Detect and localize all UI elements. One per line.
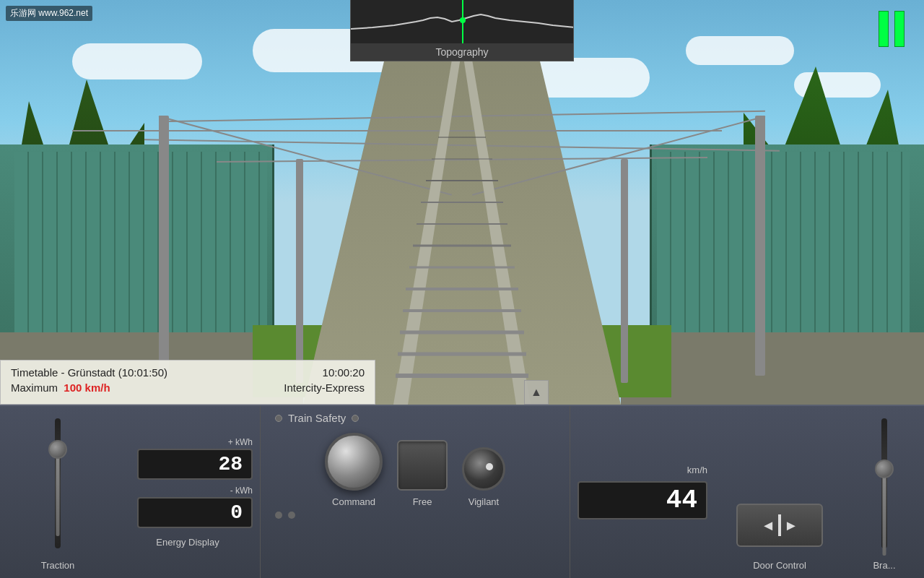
game-viewport: Timetable - Grünstadt (10:01:50) 10:00:2…	[0, 0, 924, 405]
speed-display: 44	[578, 481, 707, 519]
cloud-1	[72, 43, 202, 79]
door-control-label: Door Control	[753, 560, 806, 571]
safety-bottom-dot-2	[288, 512, 295, 519]
energy-minus-display: - kWh 0	[123, 486, 253, 528]
free-button[interactable]	[397, 440, 448, 491]
control-bar: Traction + kWh 28 - kWh 0 Energy Display…	[0, 405, 924, 578]
pole-right-1	[755, 116, 765, 376]
energy-plus-display: + kWh 28	[123, 437, 253, 480]
overhead-wire-2	[72, 130, 722, 131]
pole-right-2	[621, 159, 628, 383]
vigilant-label: Vigilant	[468, 496, 499, 507]
train-safety-section: Train Safety Command Free Vigilant	[260, 406, 570, 578]
brake-lever-knob	[875, 460, 894, 478]
current-time: 10:00:20	[323, 366, 365, 379]
door-arrow-right: ►	[784, 517, 798, 534]
scroll-up-button[interactable]: ▲	[524, 380, 549, 405]
traction-lever[interactable]	[36, 411, 79, 556]
door-arrow-left: ◄	[761, 517, 775, 534]
vigilant-dot	[486, 463, 493, 470]
pause-button[interactable]	[873, 7, 910, 51]
safety-header: Train Safety	[275, 412, 359, 424]
cloud-4	[686, 36, 794, 65]
brake-label: Bra...	[873, 560, 895, 571]
max-speed-value: 100 km/h	[64, 381, 110, 394]
traction-section: Traction	[0, 406, 116, 578]
pole-left-2	[296, 159, 303, 383]
command-item: Command	[325, 433, 383, 507]
command-label: Command	[332, 496, 375, 507]
energy-minus-value: 0	[137, 497, 253, 528]
topography-graph	[351, 0, 573, 43]
speed-unit-label: km/h	[687, 465, 707, 475]
watermark: 乐游网 www.962.net	[6, 6, 92, 21]
info-panel: Timetable - Grünstadt (10:01:50) 10:00:2…	[0, 360, 375, 405]
train-type: Intercity-Express	[284, 381, 365, 394]
pause-bar-1	[879, 11, 889, 47]
command-knob[interactable]	[325, 433, 383, 491]
timetable-text: Timetable - Grünstadt (10:01:50)	[11, 366, 167, 379]
max-speed-label: Maximum 100 km/h	[11, 381, 110, 394]
svg-point-16	[460, 17, 466, 23]
traction-label: Traction	[41, 560, 74, 571]
traction-lever-stick	[56, 449, 60, 536]
safety-bottom-dot-1	[275, 512, 282, 519]
topography-label: Topography	[351, 43, 573, 61]
energy-display-label: Energy Display	[156, 537, 219, 548]
energy-section: + kWh 28 - kWh 0 Energy Display	[116, 406, 260, 578]
door-section: ◄ ► Door Control	[715, 406, 845, 578]
brake-lever[interactable]	[863, 411, 906, 556]
pause-bar-2	[894, 11, 905, 47]
safety-title: Train Safety	[288, 412, 346, 424]
topography-panel: Topography	[350, 0, 574, 61]
pole-left-1	[159, 116, 169, 376]
free-item: Free	[397, 440, 448, 507]
brake-lever-stick	[883, 469, 886, 556]
safety-indicator-dot-2	[352, 415, 359, 422]
energy-minus-label: - kWh	[230, 486, 253, 496]
energy-plus-label: + kWh	[228, 437, 253, 447]
energy-plus-value: 28	[137, 449, 253, 480]
vigilant-knob[interactable]	[462, 447, 505, 491]
door-icon: ◄ ►	[761, 514, 798, 536]
brake-section: Bra...	[845, 406, 924, 578]
safety-indicator-dot	[275, 415, 282, 422]
door-control-button[interactable]: ◄ ►	[736, 504, 823, 547]
vigilant-item: Vigilant	[462, 447, 505, 507]
safety-controls: Command Free Vigilant	[325, 433, 505, 507]
speed-section: km/h 44	[570, 406, 715, 578]
door-center-bar	[778, 514, 781, 536]
topo-svg	[351, 0, 573, 43]
traction-lever-knob	[48, 440, 67, 459]
free-label: Free	[413, 496, 432, 507]
safety-bottom-row	[275, 512, 295, 519]
